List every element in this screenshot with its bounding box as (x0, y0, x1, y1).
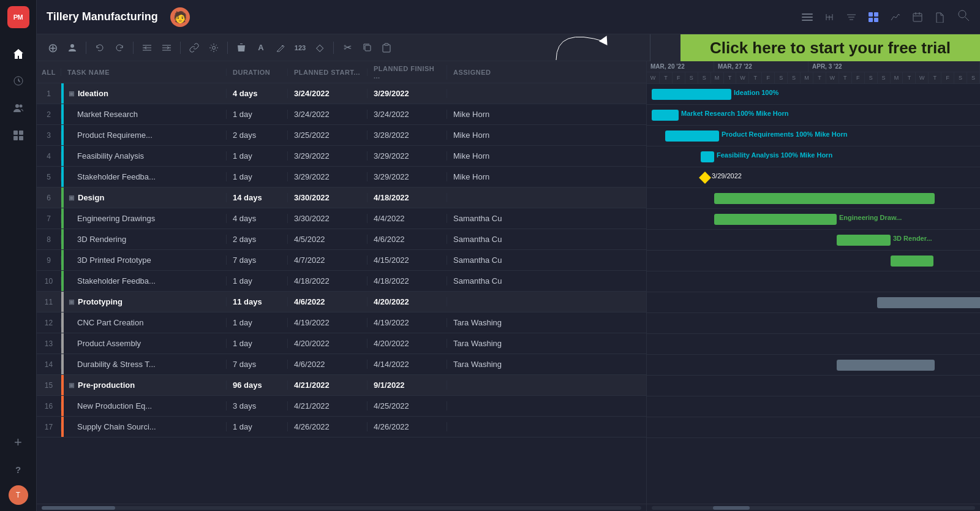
gantt-row: Ideation 100% (647, 84, 980, 105)
content-area: ALL TASK NAME DURATION PLANNED START... … (37, 61, 980, 511)
row-task-name: Product Assembly (64, 339, 227, 348)
row-duration: 7 days (227, 255, 288, 265)
row-number: 5 (37, 173, 61, 181)
search-icon[interactable] (957, 9, 970, 25)
cta-button[interactable]: Click here to start your free trial (680, 34, 980, 61)
user-avatar[interactable]: 🧑 (170, 7, 190, 27)
toolbar-font-btn[interactable]: A (252, 39, 270, 56)
sidebar-item-add[interactable]: + (7, 431, 29, 453)
table-row[interactable]: 12CNC Part Creation1 day4/19/20224/19/20… (37, 312, 646, 333)
row-number: 13 (37, 339, 61, 348)
row-finish-date: 4/25/2022 (368, 401, 447, 411)
group-collapse-icon[interactable]: ▣ (69, 382, 74, 388)
row-duration: 7 days (227, 360, 288, 369)
topbar-grid-icon[interactable] (864, 7, 883, 27)
row-number: 11 (37, 298, 61, 306)
gantt-day-label: T (929, 72, 941, 83)
sidebar-item-help[interactable]: ? (7, 458, 29, 480)
row-start-date: 3/24/2022 (288, 89, 368, 98)
row-start-date: 3/30/2022 (288, 193, 368, 202)
toolbar-edit-btn[interactable] (272, 39, 289, 56)
gantt-day-label: S (775, 72, 788, 83)
table-row[interactable]: 15▣Pre-production96 days4/21/20229/1/202… (37, 375, 646, 396)
gantt-day-label: W (916, 72, 929, 83)
gantt-row (647, 334, 980, 355)
gantt-scrollbar[interactable] (647, 504, 980, 511)
gantt-scrollbar-thumb[interactable] (713, 506, 750, 510)
table-row[interactable]: 83D Rendering2 days4/5/20224/6/2022Saman… (37, 229, 646, 250)
group-collapse-icon[interactable]: ▣ (69, 90, 74, 97)
svg-point-35 (213, 46, 216, 49)
table-scrollbar[interactable] (37, 504, 646, 511)
sidebar-item-people[interactable] (7, 97, 29, 119)
table-row[interactable]: 2Market Research1 day3/24/20223/24/2022M… (37, 104, 646, 125)
row-duration: 3 days (227, 401, 288, 411)
table-row[interactable]: 14Durability & Stress T...7 days4/6/2022… (37, 354, 646, 375)
topbar-calendar-icon[interactable] (908, 7, 927, 27)
table-row[interactable]: 16New Production Eq...3 days4/21/20224/2… (37, 396, 646, 417)
gantt-row (647, 251, 980, 271)
sidebar-item-home[interactable] (7, 43, 29, 65)
row-assigned: Samantha Cu (447, 235, 533, 244)
row-assigned: Mike Horn (447, 110, 533, 119)
table-row[interactable]: 5Stakeholder Feedba...1 day3/29/20223/29… (37, 167, 646, 187)
table-row[interactable]: 7Engineering Drawings4 days3/30/20224/4/… (37, 208, 646, 229)
toolbar-outdent-btn[interactable] (138, 39, 156, 56)
topbar-view-icon[interactable] (820, 7, 839, 27)
sidebar-item-recent[interactable] (7, 70, 29, 92)
table-row[interactable]: 13Product Assembly1 day4/20/20224/20/202… (37, 333, 646, 354)
gantt-day-label: S (685, 72, 698, 83)
toolbar-add-btn[interactable]: ⊕ (44, 39, 61, 56)
row-start-date: 4/26/2022 (288, 422, 368, 431)
table-row[interactable]: 11▣Prototyping11 days4/6/20224/20/2022 (37, 292, 646, 312)
row-start-date: 4/18/2022 (288, 276, 368, 286)
sidebar-logo[interactable]: PM (7, 6, 29, 28)
table-row[interactable]: 4Feasibility Analysis1 day3/29/20223/29/… (37, 146, 646, 167)
sidebar-item-projects[interactable] (7, 124, 29, 146)
toolbar-numbers-btn[interactable]: 123 (292, 39, 309, 56)
toolbar-copy-btn[interactable] (358, 39, 375, 56)
table-row[interactable]: 93D Printed Prototype7 days4/7/20224/15/… (37, 250, 646, 271)
row-finish-date: 4/18/2022 (368, 193, 447, 202)
toolbar-delete-btn[interactable] (233, 39, 250, 56)
toolbar-link-btn[interactable] (186, 39, 203, 56)
row-finish-date: 3/29/2022 (368, 89, 447, 98)
row-task-name: New Production Eq... (64, 401, 227, 411)
topbar-filter-icon[interactable] (842, 7, 861, 27)
toolbar-settings-btn[interactable] (205, 39, 222, 56)
toolbar-redo-btn[interactable] (111, 39, 128, 56)
gantt-bar-label: Ideation 100% (734, 89, 778, 96)
table-row[interactable]: 1▣Ideation4 days3/24/20223/29/2022 (37, 83, 646, 104)
row-task-name: CNC Part Creation (64, 318, 227, 327)
topbar-doc-icon[interactable] (930, 7, 949, 27)
row-duration: 1 day (227, 276, 288, 286)
svg-rect-3 (13, 131, 18, 135)
toolbar-undo-btn[interactable] (91, 39, 108, 56)
table-row[interactable]: 10Stakeholder Feedba...1 day4/18/20224/1… (37, 271, 646, 292)
toolbar-overflow (650, 34, 680, 61)
table-row[interactable]: 6▣Design14 days3/30/20224/18/2022 (37, 187, 646, 208)
gantt-scrollbar-track[interactable] (652, 506, 975, 510)
scrollbar-thumb[interactable] (42, 506, 115, 510)
gantt-area: MAR, 20 '22 MAR, 27 '22 APR, 3 '22 WTFSS… (646, 61, 980, 511)
topbar-icons (797, 7, 949, 27)
topbar-menu-icon[interactable] (797, 7, 817, 27)
group-collapse-icon[interactable]: ▣ (69, 298, 74, 305)
toolbar-diamond-btn[interactable]: ◇ (311, 39, 328, 56)
topbar-chart-icon[interactable] (886, 7, 905, 27)
toolbar-user-btn[interactable] (64, 39, 81, 56)
sidebar-avatar[interactable]: T (9, 485, 28, 505)
group-collapse-icon[interactable]: ▣ (69, 194, 74, 201)
gantt-day-label: T (660, 72, 673, 83)
table-row[interactable]: 3Product Requireme...2 days3/25/20223/28… (37, 125, 646, 146)
gantt-row (647, 396, 980, 417)
row-finish-date: 9/1/2022 (368, 380, 447, 390)
toolbar-paste-btn[interactable] (378, 39, 395, 56)
toolbar-cut-btn[interactable]: ✂ (339, 39, 356, 56)
toolbar-indent-btn[interactable] (158, 39, 175, 56)
scrollbar-track[interactable] (42, 506, 641, 510)
sidebar: PM + ? T (0, 0, 37, 511)
table-row[interactable]: 17Supply Chain Sourci...1 day4/26/20224/… (37, 417, 646, 437)
row-duration: 1 day (227, 422, 288, 431)
row-task-name: Supply Chain Sourci... (64, 422, 227, 431)
